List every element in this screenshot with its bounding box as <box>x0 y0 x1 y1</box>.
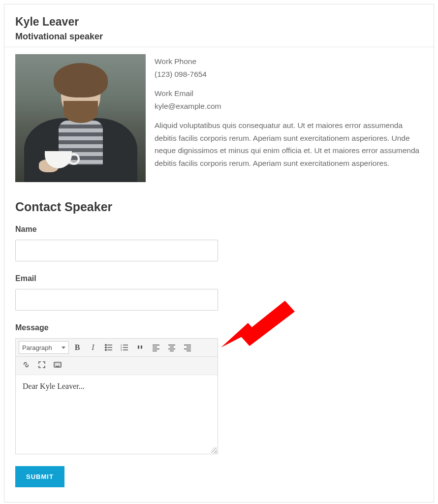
quote-icon <box>136 344 144 351</box>
numbered-list-button[interactable]: 123 <box>117 341 132 354</box>
align-right-icon <box>184 344 191 351</box>
email-label: Work Email <box>155 87 423 100</box>
bold-icon: B <box>75 343 80 352</box>
svg-point-4 <box>105 349 106 350</box>
italic-icon: I <box>92 343 94 352</box>
fullscreen-button[interactable] <box>34 358 49 372</box>
link-button[interactable] <box>19 358 33 372</box>
align-center-icon <box>168 344 176 351</box>
resize-handle-icon <box>211 447 217 453</box>
chevron-down-icon <box>62 346 65 349</box>
email-field: Email <box>15 274 423 311</box>
svg-point-0 <box>105 345 106 346</box>
align-center-button[interactable] <box>164 341 179 354</box>
keyboard-icon <box>54 361 62 369</box>
numbered-list-icon: 123 <box>121 344 128 351</box>
divider <box>4 47 434 47</box>
message-label: Message <box>15 323 423 332</box>
message-editor-body[interactable]: Dear Kyle Leaver... <box>16 375 218 454</box>
name-field: Name <box>15 225 423 261</box>
profile-title: Motivational speaker <box>15 32 423 42</box>
link-icon <box>22 361 30 369</box>
bullet-list-icon <box>105 344 113 351</box>
profile-photo <box>15 54 146 182</box>
format-dropdown-label: Paragraph <box>22 344 52 351</box>
blockquote-button[interactable] <box>133 341 148 354</box>
email-value: kyle@example.com <box>155 100 423 113</box>
align-left-icon <box>152 344 160 351</box>
editor-toolbar-row1: Paragraph B I 123 <box>16 339 218 357</box>
profile-card: Kyle Leaver Motivational speaker Work Ph… <box>4 4 434 503</box>
italic-button[interactable]: I <box>86 341 100 354</box>
align-left-button[interactable] <box>149 341 163 354</box>
profile-name: Kyle Leaver <box>15 15 423 29</box>
name-label: Name <box>15 225 423 234</box>
bullet-list-button[interactable] <box>101 341 116 354</box>
format-dropdown[interactable]: Paragraph <box>19 341 69 354</box>
submit-button[interactable]: Submit <box>15 466 64 487</box>
phone-label: Work Phone <box>155 55 423 68</box>
email-label: Email <box>15 274 423 283</box>
fullscreen-icon <box>38 361 46 369</box>
phone-value: (123) 098-7654 <box>155 68 423 81</box>
editor-toolbar-row2 <box>16 357 218 375</box>
message-editor-text: Dear Kyle Leaver... <box>23 382 85 390</box>
profile-bio: Aliquid voluptatibus quis consequatur au… <box>155 119 423 169</box>
rich-text-editor: Paragraph B I 123 <box>15 338 218 454</box>
svg-text:3: 3 <box>121 348 122 351</box>
message-field: Message Paragraph B I 123 <box>15 323 423 454</box>
toolbar-toggle-button[interactable] <box>50 358 65 372</box>
contact-heading: Contact Speaker <box>15 200 423 214</box>
profile-body: Work Phone (123) 098-7654 Work Email kyl… <box>15 54 423 182</box>
email-input[interactable] <box>15 289 218 311</box>
profile-info: Work Phone (123) 098-7654 Work Email kyl… <box>155 54 423 182</box>
svg-point-2 <box>105 347 106 348</box>
bold-button[interactable]: B <box>70 341 85 354</box>
name-input[interactable] <box>15 240 218 261</box>
align-right-button[interactable] <box>180 341 195 354</box>
